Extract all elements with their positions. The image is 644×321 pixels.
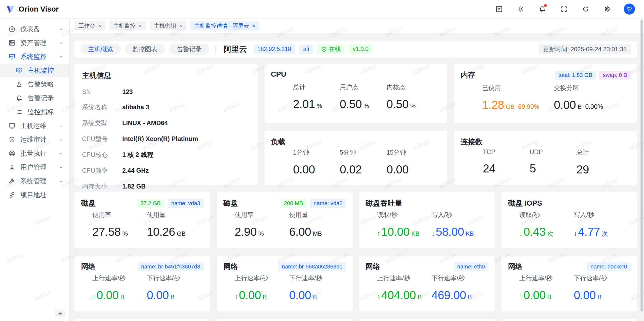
info-row-CPU核心: CPU核心1 核 2 线程: [82, 151, 250, 159]
stat-value: ↑0.00B: [92, 288, 147, 302]
info-label: CPU型号: [82, 135, 122, 143]
card-head: 网络name: docker0: [508, 262, 631, 272]
info-label: SN: [82, 88, 122, 96]
chevron-down-icon: [58, 178, 64, 184]
stat-unit: B: [120, 294, 125, 301]
view-tabs: 主机概览监控图表告警记录: [80, 44, 209, 55]
card-网络: 网络name: br-b451fd3807d3上行速率/秒↑0.00B下行速率/…: [74, 256, 210, 311]
tab-close-icon[interactable]: ×: [98, 23, 101, 29]
sidebar-item-系统管理[interactable]: 系统管理: [0, 174, 69, 188]
stat-label: 上行速率/秒: [235, 274, 289, 282]
host-ip-badge: 182.92.5.218: [254, 44, 295, 54]
stat-使用率: 使用率27.58%: [92, 211, 147, 239]
monitor-pulse-icon: [8, 53, 16, 60]
card-badge: 200 MB: [280, 199, 307, 208]
sidebar-item-系统监控[interactable]: 系统监控: [0, 50, 69, 64]
stat-UDP: UDP5: [530, 148, 576, 176]
sidebar-item-运维审计[interactable]: 运维审计: [0, 133, 69, 147]
stat-label: 下行速率/秒: [431, 274, 486, 282]
scrollbar[interactable]: [640, 19, 643, 320]
card-badge: name: docker0: [587, 262, 631, 271]
card-title: 磁盘 IOPS: [508, 198, 542, 208]
code-square-button[interactable]: [494, 4, 504, 14]
avatar[interactable]: 管: [624, 4, 635, 15]
card-title: 网络: [81, 262, 96, 272]
stat-使用率: 使用率2.90%: [235, 211, 289, 239]
stat-unit: %: [410, 103, 416, 110]
stat-number: 0.00: [147, 288, 169, 302]
card-badges: total: 1.83 GBswap: 0 B: [555, 71, 631, 80]
host-tag-badge: ali: [299, 44, 313, 54]
sidebar-item-主机运维[interactable]: 主机运维: [0, 119, 69, 133]
sidebar-item-项目地址[interactable]: 项目地址: [0, 188, 69, 202]
stat-label: 使用率: [235, 211, 289, 219]
view-tab-告警记录[interactable]: 告警记录: [169, 44, 209, 55]
stat-number: 5: [530, 162, 536, 175]
stat-label: 交换分区: [554, 84, 626, 92]
card-badges: name: docker0: [587, 262, 631, 271]
info-row-系统类型: 系统类型LINUX - AMD64: [82, 119, 250, 127]
card-磁盘 IOPS: 磁盘 IOPS读取/秒↓0.43次写入/秒↓4.77次: [501, 192, 637, 248]
sidebar-item-批量执行[interactable]: 批量执行: [0, 147, 69, 160]
stats-row: 读取/秒↓0.43次写入/秒↓4.77次: [508, 208, 631, 242]
check-circle-icon: [321, 46, 327, 52]
card-title: CPU: [271, 70, 286, 78]
card-title: 网络: [366, 262, 380, 272]
scrollbar-thumb[interactable]: [640, 20, 643, 311]
dashboard-icon: [8, 25, 16, 33]
card-head: CPU: [271, 70, 441, 78]
tab-close-icon[interactable]: ×: [179, 23, 182, 29]
notifications-button[interactable]: [537, 4, 547, 14]
settings-button[interactable]: [602, 4, 612, 14]
card-title: 磁盘: [223, 198, 238, 208]
sidebar-item-label: 批量执行: [20, 149, 58, 158]
stat-value: ↑0.00B: [519, 288, 574, 302]
stats-row: 上行速率/秒↑0.00B下行速率/秒0.00B: [508, 272, 631, 305]
sidebar-subitem-告警记录[interactable]: 告警记录: [0, 91, 69, 105]
sidebar-subitem-监控指标[interactable]: 监控指标: [0, 105, 69, 119]
sidebar-subitem-主机监控[interactable]: 主机监控: [0, 64, 69, 77]
tab-工作台[interactable]: 工作台×: [74, 21, 105, 30]
view-tab-监控图表[interactable]: 监控图表: [125, 44, 165, 55]
card-title: 磁盘: [81, 198, 96, 208]
refresh-button[interactable]: [581, 4, 591, 14]
tab-close-icon[interactable]: ×: [252, 23, 255, 29]
fullscreen-button[interactable]: [559, 4, 569, 14]
card-磁盘: 磁盘200 MBname: vda2使用率2.90%使用量6.00MB: [217, 192, 353, 248]
stat-label: 写入/秒: [574, 211, 628, 219]
page-header-card: 主机概览监控图表告警记录 阿里云 182.92.5.218 ali 在线 v1.…: [74, 41, 637, 58]
stat-label: 5分钟: [340, 148, 387, 157]
sidebar-item-用户管理[interactable]: 用户管理: [0, 160, 69, 174]
card-title: 内存: [461, 70, 475, 80]
tab-label: 主机监控详情 - 阿里云: [194, 22, 249, 30]
theme-icon: [517, 5, 525, 13]
arrow-up-icon: ↑: [92, 293, 96, 301]
tab-主机密钥[interactable]: 主机密钥×: [150, 21, 186, 30]
stat-unit: B: [468, 294, 472, 301]
stats-row: 上行速率/秒↑0.00B下行速率/秒0.00B: [223, 272, 346, 305]
tab-主机监控[interactable]: 主机监控×: [109, 21, 146, 30]
theme-button[interactable]: [516, 4, 526, 14]
sidebar-subitem-告警策略[interactable]: 告警策略: [0, 77, 69, 91]
stat-number: 0.00: [293, 163, 315, 176]
info-row-内存大小: 内存大小1.82 GB: [82, 182, 250, 191]
stats-row: 已使用1.28GB69.90%交换分区0.00B0.00%: [461, 80, 631, 117]
stat-写入/秒: 写入/秒↓58.00KB: [431, 211, 486, 239]
sidebar-item-仪表盘[interactable]: 仪表盘: [0, 22, 69, 36]
tab-主机监控详情 - 阿里云[interactable]: 主机监控详情 - 阿里云×: [190, 21, 259, 30]
info-row-CPU型号: CPU型号Intel(R) Xeon(R) Platinum: [82, 135, 250, 143]
stat-label: 上行速率/秒: [519, 274, 574, 282]
tab-close-icon[interactable]: ×: [139, 23, 142, 29]
stat-value: 2.01%: [293, 97, 340, 111]
view-tab-主机概览[interactable]: 主机概览: [80, 44, 121, 55]
stat-label: 读取/秒: [519, 211, 574, 219]
stat-number: 0.00: [97, 288, 119, 302]
stat-unit: 次: [547, 230, 553, 238]
sidebar-item-资产管理[interactable]: 资产管理: [0, 36, 69, 50]
info-label: 系统名称: [82, 103, 122, 111]
stat-number: 10.26: [147, 225, 175, 239]
info-value: alibaba 3: [122, 104, 149, 111]
sidebar-collapse-button[interactable]: [55, 309, 65, 317]
stat-value: 0.00B: [289, 288, 343, 302]
stat-number: 1.28: [482, 98, 504, 112]
